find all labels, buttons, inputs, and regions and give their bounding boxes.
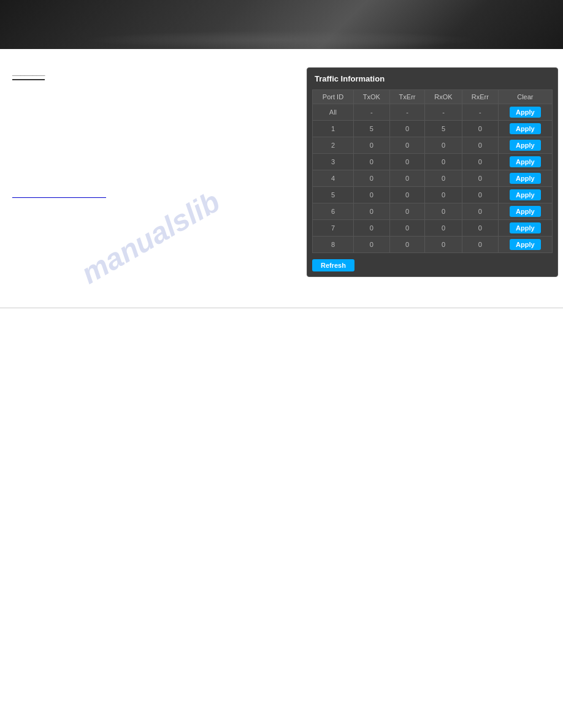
cell-row7-col3: 0 <box>425 220 462 237</box>
col-header-rxok: RxOK <box>425 90 462 104</box>
cell-row1-col3: 5 <box>425 121 462 137</box>
cell-row7-col1: 0 <box>353 220 389 237</box>
cell-row8-col2: 0 <box>389 237 424 253</box>
apply-button-row7[interactable]: Apply <box>510 222 541 233</box>
col-header-port-id: Port ID <box>313 90 354 104</box>
apply-button-row1[interactable]: Apply <box>510 123 541 134</box>
cell-row0-apply: Apply <box>498 104 552 121</box>
cell-row5-col3: 0 <box>425 187 462 203</box>
table-row: 70000Apply <box>313 220 553 237</box>
cell-row7-col4: 0 <box>462 220 498 237</box>
apply-button-row0[interactable]: Apply <box>510 107 541 118</box>
cell-row2-col1: 0 <box>353 137 389 154</box>
table-header-row: Port ID TxOK TxErr RxOK RxErr Clear <box>313 90 553 104</box>
cell-row0-col2: - <box>389 104 424 121</box>
apply-button-row4[interactable]: Apply <box>510 173 541 184</box>
cell-row1-col2: 0 <box>389 121 424 137</box>
cell-row2-col3: 0 <box>425 137 462 154</box>
right-panel: Traffic Information Port ID TxOK TxErr R… <box>294 61 563 283</box>
cell-row3-col4: 0 <box>462 154 498 170</box>
cell-row5-col0: 5 <box>313 187 354 203</box>
top-banner <box>0 0 563 49</box>
traffic-info-title: Traffic Information <box>312 73 553 85</box>
cell-row4-col4: 0 <box>462 170 498 187</box>
col-header-txok: TxOK <box>353 90 389 104</box>
refresh-button[interactable]: Refresh <box>312 259 354 271</box>
sidebar-text-5 <box>12 155 276 166</box>
cell-row6-apply: Apply <box>498 203 552 220</box>
cell-row1-col4: 0 <box>462 121 498 137</box>
cell-row6-col2: 0 <box>389 203 424 220</box>
table-row: 30000Apply <box>313 154 553 170</box>
cell-row5-apply: Apply <box>498 187 552 203</box>
sidebar-text-4 <box>12 138 276 150</box>
apply-button-row8[interactable]: Apply <box>510 239 541 250</box>
table-row: 20000Apply <box>313 137 553 154</box>
cell-row6-col1: 0 <box>353 203 389 220</box>
col-header-txerr: TxErr <box>389 90 424 104</box>
table-row: 60000Apply <box>313 203 553 220</box>
sidebar-text-6 <box>12 172 276 183</box>
cell-row4-col3: 0 <box>425 170 462 187</box>
main-content: ________ _________________________ Traff… <box>0 49 563 295</box>
cell-row1-col1: 5 <box>353 121 389 137</box>
sidebar-text-7 <box>12 199 276 210</box>
cell-row3-apply: Apply <box>498 154 552 170</box>
cell-row2-col2: 0 <box>389 137 424 154</box>
table-row: 15050Apply <box>313 121 553 137</box>
cell-row5-col4: 0 <box>462 187 498 203</box>
cell-row4-col0: 4 <box>313 170 354 187</box>
cell-row4-col2: 0 <box>389 170 424 187</box>
cell-row8-col4: 0 <box>462 237 498 253</box>
cell-row0-col4: - <box>462 104 498 121</box>
cell-row8-col3: 0 <box>425 237 462 253</box>
table-row: 40000Apply <box>313 170 553 187</box>
left-sidebar: ________ _________________________ <box>0 61 288 283</box>
apply-button-row2[interactable]: Apply <box>510 140 541 151</box>
cell-row6-col0: 6 <box>313 203 354 220</box>
cell-row6-col3: 0 <box>425 203 462 220</box>
cell-row3-col1: 0 <box>353 154 389 170</box>
traffic-table: Port ID TxOK TxErr RxOK RxErr Clear All-… <box>312 89 553 253</box>
apply-button-row5[interactable]: Apply <box>510 189 541 200</box>
cell-row7-col0: 7 <box>313 220 354 237</box>
table-row: 50000Apply <box>313 187 553 203</box>
cell-row5-col1: 0 <box>353 187 389 203</box>
cell-row3-col3: 0 <box>425 154 462 170</box>
cell-row5-col2: 0 <box>389 187 424 203</box>
sidebar-text-1 <box>12 88 276 99</box>
cell-row7-apply: Apply <box>498 220 552 237</box>
col-header-clear: Clear <box>498 90 552 104</box>
cell-row2-col4: 0 <box>462 137 498 154</box>
sidebar-text-8 <box>12 215 276 226</box>
table-row: All----Apply <box>313 104 553 121</box>
col-header-rxerr: RxErr <box>462 90 498 104</box>
apply-button-row3[interactable]: Apply <box>510 156 541 167</box>
cell-row4-col1: 0 <box>353 170 389 187</box>
cell-row0-col0: All <box>313 104 354 121</box>
traffic-panel: Traffic Information Port ID TxOK TxErr R… <box>307 67 558 277</box>
sidebar-text-2 <box>12 105 276 116</box>
cell-row2-col0: 2 <box>313 137 354 154</box>
cell-row6-col4: 0 <box>462 203 498 220</box>
cell-row1-col0: 1 <box>313 121 354 137</box>
cell-row7-col2: 0 <box>389 220 424 237</box>
cell-row4-apply: Apply <box>498 170 552 187</box>
refresh-container: Refresh <box>312 253 553 271</box>
cell-row8-apply: Apply <box>498 237 552 253</box>
sidebar-text-3 <box>12 121 276 132</box>
bottom-rule <box>0 308 563 308</box>
cell-row3-col2: 0 <box>389 154 424 170</box>
apply-button-row6[interactable]: Apply <box>510 206 541 217</box>
cell-row0-col1: - <box>353 104 389 121</box>
cell-row3-col0: 3 <box>313 154 354 170</box>
cell-row8-col1: 0 <box>353 237 389 253</box>
sidebar-link[interactable]: _________________________ <box>12 191 106 198</box>
cell-row2-apply: Apply <box>498 137 552 154</box>
cell-row0-col3: - <box>425 104 462 121</box>
cell-row8-col0: 8 <box>313 237 354 253</box>
sidebar-section-title: ________ <box>12 68 45 80</box>
table-row: 80000Apply <box>313 237 553 253</box>
cell-row1-apply: Apply <box>498 121 552 137</box>
